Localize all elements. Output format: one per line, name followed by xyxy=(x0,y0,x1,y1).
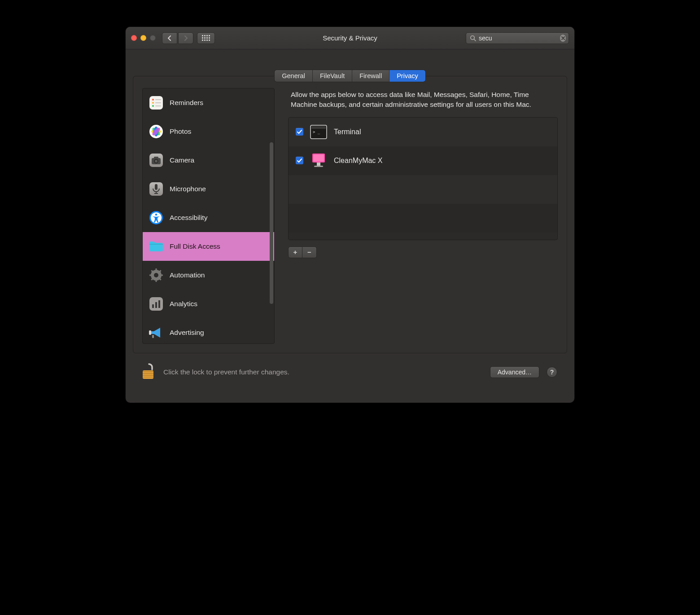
clear-search-button[interactable] xyxy=(560,35,566,42)
svg-rect-7 xyxy=(155,102,161,103)
svg-rect-41 xyxy=(158,300,160,308)
detail-pane: Allow the apps below to access data like… xyxy=(288,88,558,344)
svg-point-4 xyxy=(152,102,154,104)
folder-icon xyxy=(148,240,164,253)
svg-point-5 xyxy=(152,105,154,107)
svg-rect-48 xyxy=(313,154,324,162)
svg-rect-43 xyxy=(152,335,154,338)
svg-point-3 xyxy=(152,99,154,101)
sidebar-item-microphone[interactable]: Microphone xyxy=(143,175,274,203)
sidebar-item-photos[interactable]: Photos xyxy=(143,117,274,146)
app-row-empty xyxy=(289,204,557,233)
zoom-window-button[interactable] xyxy=(150,35,156,41)
tab-label: General xyxy=(282,72,305,79)
search-icon xyxy=(470,35,476,41)
traffic-lights xyxy=(131,35,156,41)
sidebar-item-label: Full Disk Access xyxy=(170,242,220,250)
app-row-cleanmymac[interactable]: CleanMyMac X xyxy=(289,146,557,175)
tab-filevault[interactable]: FileVault xyxy=(313,70,352,82)
svg-point-37 xyxy=(154,273,158,277)
chevron-right-icon xyxy=(184,35,188,41)
sidebar-item-automation[interactable]: Automation xyxy=(143,261,274,290)
app-row-terminal[interactable]: > _ Terminal xyxy=(289,118,557,146)
tab-label: FileVault xyxy=(320,72,345,79)
help-button[interactable]: ? xyxy=(547,367,557,378)
sidebar-item-label: Automation xyxy=(170,271,205,279)
close-window-button[interactable] xyxy=(131,35,137,41)
svg-rect-50 xyxy=(314,166,323,167)
titlebar: Security & Privacy xyxy=(126,27,574,49)
svg-rect-55 xyxy=(143,377,153,378)
privacy-categories-list[interactable]: Reminders xyxy=(142,88,275,344)
svg-rect-32 xyxy=(160,275,163,276)
svg-rect-53 xyxy=(143,373,153,374)
privacy-panel: Reminders xyxy=(133,76,567,353)
remove-app-button[interactable]: − xyxy=(302,246,317,258)
nav-buttons xyxy=(162,32,193,44)
chevron-left-icon xyxy=(167,35,172,41)
sidebar-item-full-disk-access[interactable]: Full Disk Access xyxy=(143,232,274,261)
permission-checkbox[interactable] xyxy=(296,157,303,164)
search-field[interactable] xyxy=(466,32,569,44)
svg-rect-54 xyxy=(143,375,153,376)
window-body: General FileVault Firewall Privacy Remin… xyxy=(126,49,574,403)
lock-icon[interactable] xyxy=(141,362,156,382)
add-remove-controls: + − xyxy=(288,246,558,258)
plus-icon: + xyxy=(293,248,298,256)
svg-rect-42 xyxy=(149,330,151,335)
sidebar-item-label: Camera xyxy=(170,156,194,164)
reminders-icon xyxy=(148,96,164,110)
search-input[interactable] xyxy=(476,35,560,42)
permission-checkbox[interactable] xyxy=(296,128,303,136)
svg-rect-40 xyxy=(155,302,157,308)
tab-label: Firewall xyxy=(359,72,382,79)
add-app-button[interactable]: + xyxy=(288,246,302,258)
tab-privacy[interactable]: Privacy xyxy=(389,70,425,82)
sidebar-item-camera[interactable]: Camera xyxy=(143,146,274,175)
app-permissions-list[interactable]: > _ Terminal CleanMyMac X xyxy=(288,117,558,240)
sidebar-item-label: Photos xyxy=(170,127,191,136)
sidebar-item-analytics[interactable]: Analytics xyxy=(143,290,274,318)
camera-icon xyxy=(148,153,164,167)
microphone-icon xyxy=(148,182,164,196)
sidebar-item-label: Microphone xyxy=(170,185,206,193)
sidebar-item-label: Analytics xyxy=(170,300,197,308)
sidebar-item-label: Reminders xyxy=(170,99,203,107)
sidebar-item-reminders[interactable]: Reminders xyxy=(143,88,274,117)
megaphone-icon xyxy=(148,326,164,339)
footer: Click the lock to prevent further change… xyxy=(133,353,567,394)
sidebar-item-advertising[interactable]: Advertising xyxy=(143,318,274,343)
sidebar-item-label: Advertising xyxy=(170,329,204,337)
svg-text:> _: > _ xyxy=(313,130,320,134)
check-icon xyxy=(297,130,302,134)
tab-bar: General FileVault Firewall Privacy xyxy=(133,70,567,82)
sidebar-scrollbar[interactable] xyxy=(270,142,273,304)
svg-rect-39 xyxy=(152,304,154,308)
tab-firewall[interactable]: Firewall xyxy=(352,70,389,82)
svg-rect-31 xyxy=(149,275,152,276)
cleanmymac-icon xyxy=(310,152,328,169)
svg-rect-29 xyxy=(156,268,157,271)
forward-button[interactable] xyxy=(178,32,193,44)
app-name: Terminal xyxy=(334,128,361,136)
svg-rect-22 xyxy=(155,184,158,190)
app-row-empty xyxy=(289,175,557,204)
back-button[interactable] xyxy=(162,32,177,44)
svg-rect-18 xyxy=(154,157,158,158)
svg-line-1 xyxy=(474,39,476,41)
accessibility-icon xyxy=(148,211,164,225)
tab-general[interactable]: General xyxy=(275,70,313,82)
minus-icon: − xyxy=(307,248,311,256)
sidebar-item-accessibility[interactable]: Accessibility xyxy=(143,203,274,232)
show-all-button[interactable] xyxy=(197,32,215,44)
svg-point-27 xyxy=(155,214,158,216)
minimize-window-button[interactable] xyxy=(140,35,146,41)
svg-point-20 xyxy=(155,160,158,163)
preferences-window: Security & Privacy General FileVault Fir… xyxy=(126,27,574,403)
svg-rect-6 xyxy=(155,99,161,100)
detail-description: Allow the apps below to access data like… xyxy=(288,88,558,117)
grid-icon xyxy=(202,35,210,41)
advanced-label: Advanced… xyxy=(498,369,532,376)
sidebar-item-label: Accessibility xyxy=(170,214,207,222)
advanced-button[interactable]: Advanced… xyxy=(490,366,539,378)
